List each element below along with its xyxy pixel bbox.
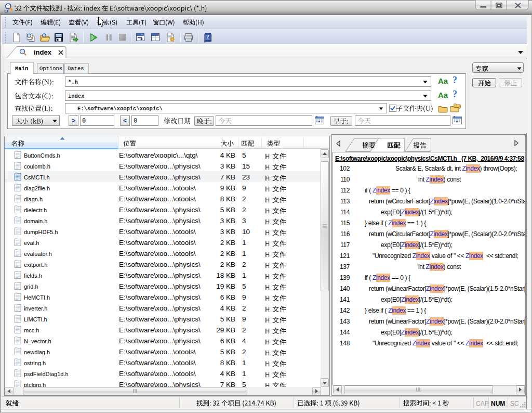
- svg-text:index: index: [34, 48, 52, 56]
- svg-text:?: ?: [207, 34, 209, 40]
- svg-text:LT: LT: [5, 9, 9, 13]
- svg-text:Options: Options: [39, 66, 62, 72]
- svg-text:Dates: Dates: [68, 66, 84, 72]
- svg-text:Main: Main: [15, 66, 28, 72]
